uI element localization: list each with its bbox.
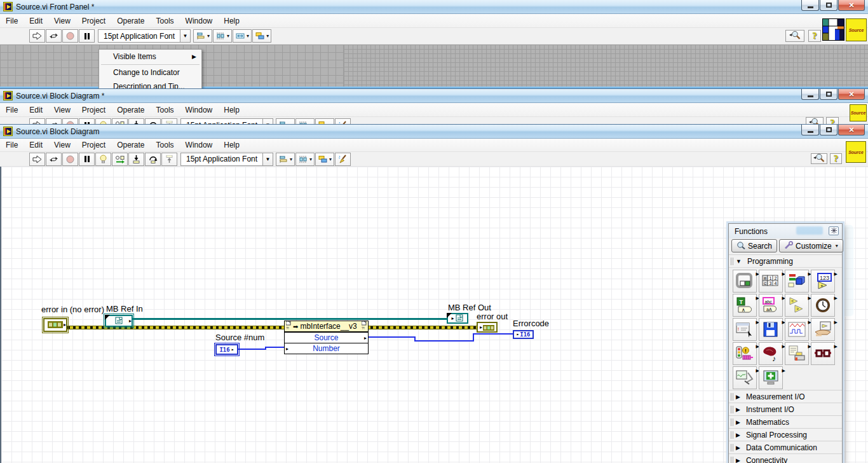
menu-operate[interactable]: Operate: [111, 15, 150, 27]
distribute-objects-button[interactable]: ▾: [295, 118, 315, 125]
minimize-button[interactable]: [801, 125, 819, 135]
clean-up-diagram-button[interactable]: [335, 153, 351, 166]
number-input-wire[interactable]: [265, 347, 284, 348]
reorder-button[interactable]: ▾: [252, 29, 271, 43]
run-continuous-button[interactable]: [46, 29, 62, 43]
number-input-wire[interactable]: [238, 349, 266, 350]
menu-help[interactable]: Help: [218, 104, 245, 116]
help-button[interactable]: ?: [830, 153, 842, 164]
run-button[interactable]: [29, 153, 45, 166]
run-continuous-button[interactable]: [46, 118, 62, 125]
clean-up-diagram-button[interactable]: [335, 118, 351, 125]
menu-edit[interactable]: Edit: [24, 15, 48, 27]
source-num-terminal[interactable]: I16▸: [215, 344, 238, 355]
caret-down-icon[interactable]: ▼: [262, 119, 273, 125]
close-button[interactable]: ✕: [838, 89, 865, 100]
palette-graphics-sound-icon[interactable]: ♪: [759, 342, 783, 365]
menu-file[interactable]: File: [0, 139, 24, 151]
menu-file[interactable]: File: [0, 104, 24, 116]
category-data-communication[interactable]: ▶Data Communication: [729, 441, 842, 453]
invoke-method-number[interactable]: ▸ Number: [285, 343, 368, 354]
retain-wire-values-button[interactable]: [112, 118, 128, 125]
search-button[interactable]: [811, 153, 827, 164]
help-button[interactable]: ?: [826, 117, 839, 125]
titlebar-block-diagram[interactable]: Source.vi Block Diagram ✕: [0, 125, 868, 139]
menu-window[interactable]: Window: [180, 139, 219, 151]
menu-operate[interactable]: Operate: [111, 104, 150, 116]
errorcode-terminal[interactable]: ▸I16: [513, 330, 534, 339]
close-button[interactable]: ✕: [838, 0, 865, 11]
titlebar-block-diagram-back[interactable]: Source.vi Block Diagram * ✕: [0, 89, 868, 103]
menu-view[interactable]: View: [48, 139, 76, 151]
palette-measurement-probe-icon[interactable]: [733, 366, 757, 389]
palette-customize-button[interactable]: Customize ▾: [779, 239, 843, 252]
step-over-button[interactable]: [145, 153, 161, 166]
abort-button[interactable]: [62, 153, 78, 166]
source-output-wire[interactable]: [369, 336, 414, 338]
menu-project[interactable]: Project: [76, 104, 111, 116]
palette-search-button[interactable]: Search: [731, 239, 777, 252]
maximize-button[interactable]: [820, 0, 837, 11]
pin-button[interactable]: [829, 226, 839, 235]
error-in-terminal[interactable]: ▸: [43, 318, 67, 332]
menu-edit[interactable]: Edit: [24, 139, 48, 151]
palette-synchronization-icon[interactable]: !: [733, 342, 757, 365]
category-measurement-i-o[interactable]: ▶Measurement I/O: [729, 390, 842, 403]
vi-icon-badge[interactable]: Source: [850, 104, 867, 121]
align-objects-button[interactable]: ▾: [276, 153, 295, 166]
invoke-method-source[interactable]: Source ▸: [285, 332, 368, 343]
highlight-execution-button[interactable]: [95, 153, 111, 166]
palette-comparison-icon[interactable]: =>: [785, 294, 809, 317]
category-mathematics[interactable]: ▶Mathematics: [729, 415, 842, 428]
step-out-button[interactable]: [161, 153, 177, 166]
maximize-button[interactable]: [820, 125, 837, 135]
palette-cluster-class-variant-icon[interactable]: [785, 270, 809, 293]
menu-view[interactable]: View: [48, 104, 76, 116]
palette-file-io-icon[interactable]: [759, 318, 783, 341]
menu-tools[interactable]: Tools: [151, 15, 180, 27]
search-button[interactable]: [806, 117, 824, 125]
palette-string-icon[interactable]: abcaA: [759, 294, 783, 317]
menu-help[interactable]: Help: [218, 139, 245, 151]
reorder-button[interactable]: ▾: [315, 153, 334, 166]
palette-boolean-icon[interactable]: T∧: [733, 294, 757, 317]
menu-window[interactable]: Window: [180, 15, 219, 27]
menu-help[interactable]: Help: [218, 15, 245, 27]
caret-down-icon[interactable]: ▼: [180, 30, 190, 42]
palette-numeric-icon[interactable]: 123+: [811, 270, 835, 293]
step-out-button[interactable]: [161, 118, 177, 125]
highlight-execution-button[interactable]: [95, 118, 111, 125]
menu-tools[interactable]: Tools: [151, 139, 180, 151]
context-menu-item-visible-items[interactable]: Visible Items▶: [99, 50, 201, 64]
source-output-wire[interactable]: [473, 333, 513, 335]
titlebar-front-panel[interactable]: Source.vi Front Panel * ✕: [0, 0, 868, 14]
invoke-node-mbinterface[interactable]: ?! ➡ mbInterface__v3 ?! Source ▸ ▸ Numbe…: [284, 321, 369, 354]
error-out-terminal[interactable]: ▸: [477, 322, 498, 333]
step-into-button[interactable]: [128, 118, 144, 125]
run-button[interactable]: [29, 29, 45, 43]
palette-structures-icon[interactable]: [733, 270, 757, 293]
align-objects-button[interactable]: ▾: [193, 29, 212, 43]
palette-addons-icon[interactable]: [759, 366, 783, 389]
search-button[interactable]: [785, 30, 804, 42]
font-selector[interactable]: 15pt Application Font ▼: [180, 118, 273, 125]
category-signal-processing[interactable]: ▶Signal Processing: [729, 428, 842, 441]
reorder-button[interactable]: ▾: [315, 118, 334, 125]
abort-button[interactable]: [62, 118, 78, 125]
menu-file[interactable]: File: [0, 15, 24, 27]
run-button[interactable]: [29, 118, 45, 125]
connector-pane-icon[interactable]: [822, 18, 844, 43]
category-programming[interactable]: ▼ Programming: [729, 254, 842, 267]
invoke-node-header[interactable]: ?! ➡ mbInterface__v3 ?!: [285, 321, 368, 332]
palette-titlebar[interactable]: Functions: [729, 224, 842, 238]
menu-window[interactable]: Window: [180, 104, 219, 116]
menu-tools[interactable]: Tools: [151, 104, 180, 116]
distribute-objects-button[interactable]: ▾: [295, 153, 315, 166]
menu-operate[interactable]: Operate: [111, 139, 150, 151]
minimize-button[interactable]: [801, 0, 819, 11]
palette-array-icon[interactable]: RC1234: [759, 270, 783, 293]
step-into-button[interactable]: [128, 153, 144, 166]
run-continuous-button[interactable]: [46, 153, 62, 166]
font-selector[interactable]: 15pt Application Font ▼: [180, 153, 273, 166]
palette-waveform-icon[interactable]: [785, 318, 809, 341]
